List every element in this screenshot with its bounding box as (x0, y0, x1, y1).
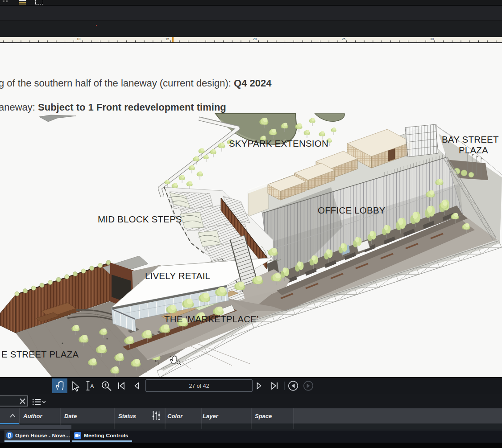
svg-text:OFFICE LOBBY: OFFICE LOBBY (318, 205, 386, 215)
svg-text:BAY STREET: BAY STREET (442, 134, 499, 144)
svg-text:PLAZA: PLAZA (459, 145, 488, 155)
svg-text:A: A (90, 383, 94, 390)
svg-text:27 of 42: 27 of 42 (189, 383, 209, 389)
svg-text:E STREET PLAZA: E STREET PLAZA (1, 349, 79, 359)
svg-text:Layer: Layer (203, 413, 219, 419)
svg-text:20: 20 (253, 37, 257, 41)
svg-text:Color: Color (167, 413, 183, 419)
svg-text:MID BLOCK STEPS: MID BLOCK STEPS (98, 214, 182, 224)
svg-text:THE ‘MARKETPLACE’: THE ‘MARKETPLACE’ (164, 314, 259, 324)
svg-text:LIVELY RETAIL: LIVELY RETAIL (145, 271, 210, 281)
svg-text:Status: Status (118, 413, 136, 419)
svg-text:25: 25 (342, 37, 345, 41)
svg-text:15: 15 (166, 37, 169, 41)
svg-text:Space: Space (255, 413, 272, 419)
svg-text:10: 10 (77, 37, 80, 41)
svg-text:Date: Date (64, 413, 77, 419)
svg-text:SKYPARK EXTENSION: SKYPARK EXTENSION (229, 138, 328, 148)
svg-text:Author: Author (23, 413, 43, 419)
svg-text:30: 30 (430, 37, 434, 41)
